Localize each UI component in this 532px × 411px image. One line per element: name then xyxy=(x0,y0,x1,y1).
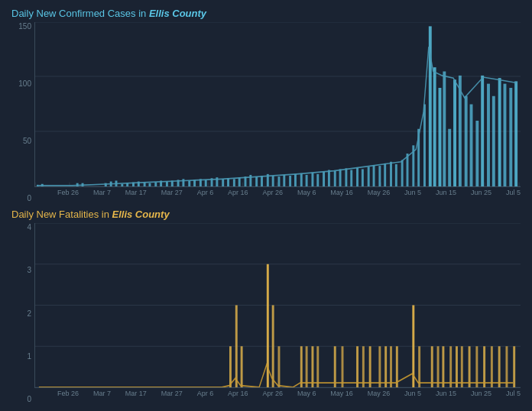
svg-rect-54 xyxy=(278,176,281,186)
svg-rect-105 xyxy=(241,346,243,387)
svg-rect-34 xyxy=(166,182,168,186)
svg-rect-82 xyxy=(433,67,436,186)
svg-rect-128 xyxy=(456,346,458,387)
svg-rect-123 xyxy=(418,346,420,387)
svg-rect-58 xyxy=(300,173,303,186)
svg-rect-69 xyxy=(362,169,364,186)
svg-rect-119 xyxy=(384,346,387,387)
svg-rect-104 xyxy=(235,306,238,388)
fatalities-title-text: Daily New Fatalities in xyxy=(11,209,112,220)
svg-rect-112 xyxy=(316,346,319,387)
svg-rect-57 xyxy=(294,174,297,186)
fatalities-chart xyxy=(34,223,521,388)
confirmed-cases-svg xyxy=(35,22,521,186)
svg-rect-32 xyxy=(154,183,157,186)
svg-rect-19 xyxy=(37,185,39,186)
svg-rect-103 xyxy=(229,346,232,387)
svg-rect-93 xyxy=(492,96,495,186)
svg-rect-111 xyxy=(311,346,313,387)
svg-rect-50 xyxy=(255,176,258,186)
svg-rect-38 xyxy=(188,180,190,186)
svg-rect-83 xyxy=(439,88,442,186)
svg-rect-108 xyxy=(278,346,281,387)
svg-rect-84 xyxy=(443,72,446,187)
svg-rect-117 xyxy=(369,346,371,387)
main-container: Daily New Confirmed Cases in Ellis Count… xyxy=(0,0,532,411)
confirmed-cases-title: Daily New Confirmed Cases in Ellis Count… xyxy=(11,8,521,19)
svg-rect-118 xyxy=(378,346,381,387)
svg-rect-90 xyxy=(475,121,478,186)
svg-rect-132 xyxy=(483,346,485,387)
svg-rect-26 xyxy=(121,184,123,186)
confirmed-cases-chart-wrapper: 150 100 50 0 xyxy=(11,22,521,202)
confirmed-cases-y-axis: 150 100 50 0 xyxy=(11,22,34,202)
svg-rect-109 xyxy=(300,346,303,387)
fatalities-x-axis: Feb 26 Mar 7 Mar 17 Mar 27 Apr 6 Apr 16 … xyxy=(57,390,521,403)
svg-rect-59 xyxy=(306,175,308,186)
svg-rect-136 xyxy=(513,346,515,387)
svg-rect-80 xyxy=(423,105,426,187)
svg-rect-75 xyxy=(395,164,397,186)
svg-rect-116 xyxy=(362,346,365,387)
svg-rect-71 xyxy=(373,165,375,186)
svg-rect-64 xyxy=(334,171,336,186)
svg-rect-129 xyxy=(461,346,463,387)
svg-rect-133 xyxy=(491,346,493,387)
svg-rect-86 xyxy=(453,79,456,186)
confirmed-cases-chart xyxy=(34,22,521,187)
svg-rect-95 xyxy=(504,84,507,186)
svg-rect-45 xyxy=(227,178,229,186)
svg-rect-96 xyxy=(509,88,512,186)
svg-rect-115 xyxy=(356,346,358,387)
svg-rect-61 xyxy=(316,174,319,186)
svg-rect-74 xyxy=(390,162,392,186)
fatalities-y-axis: 4 3 2 1 0 xyxy=(11,223,34,403)
svg-rect-55 xyxy=(283,175,285,186)
svg-rect-53 xyxy=(272,176,274,186)
confirmed-cases-county: Ellis County xyxy=(149,8,206,19)
svg-rect-89 xyxy=(470,105,473,187)
svg-rect-124 xyxy=(431,346,433,387)
fatalities-svg xyxy=(35,223,521,387)
svg-rect-114 xyxy=(342,346,344,387)
svg-rect-127 xyxy=(449,346,452,387)
svg-rect-56 xyxy=(289,176,291,186)
confirmed-cases-title-text: Daily New Confirmed Cases in xyxy=(11,8,149,19)
svg-rect-126 xyxy=(442,346,444,387)
svg-rect-107 xyxy=(272,306,274,388)
svg-rect-63 xyxy=(328,170,330,187)
svg-rect-70 xyxy=(368,167,370,186)
svg-rect-44 xyxy=(222,179,224,186)
fatalities-title: Daily New Fatalities in Ellis County xyxy=(11,209,521,220)
fatalities-section: Daily New Fatalities in Ellis County 4 3… xyxy=(11,209,521,403)
svg-rect-94 xyxy=(498,78,501,186)
svg-rect-131 xyxy=(475,346,478,387)
svg-rect-113 xyxy=(334,346,336,387)
svg-rect-51 xyxy=(261,176,263,186)
svg-rect-120 xyxy=(390,346,392,387)
svg-rect-85 xyxy=(448,129,451,186)
confirmed-cases-x-axis: Feb 26 Mar 7 Mar 17 Mar 27 Apr 6 Apr 16 … xyxy=(57,189,521,202)
confirmed-cases-section: Daily New Confirmed Cases in Ellis Count… xyxy=(11,8,521,202)
svg-rect-110 xyxy=(306,346,308,387)
svg-rect-31 xyxy=(148,183,151,186)
svg-rect-62 xyxy=(323,172,325,186)
svg-rect-77 xyxy=(407,154,409,186)
svg-rect-73 xyxy=(384,163,386,186)
svg-rect-68 xyxy=(356,167,358,186)
svg-rect-60 xyxy=(311,173,313,186)
svg-rect-135 xyxy=(505,346,508,387)
svg-rect-66 xyxy=(345,168,347,186)
svg-rect-92 xyxy=(487,84,490,186)
svg-rect-47 xyxy=(238,177,241,186)
fatalities-county: Ellis County xyxy=(112,209,170,220)
svg-rect-67 xyxy=(350,170,352,187)
svg-rect-130 xyxy=(469,346,471,387)
svg-rect-97 xyxy=(514,81,517,186)
svg-rect-88 xyxy=(465,96,468,186)
fatalities-chart-wrapper: 4 3 2 1 0 xyxy=(11,223,521,403)
svg-rect-65 xyxy=(339,169,342,186)
svg-rect-134 xyxy=(498,346,501,387)
svg-rect-76 xyxy=(401,160,404,186)
svg-rect-46 xyxy=(233,179,235,186)
